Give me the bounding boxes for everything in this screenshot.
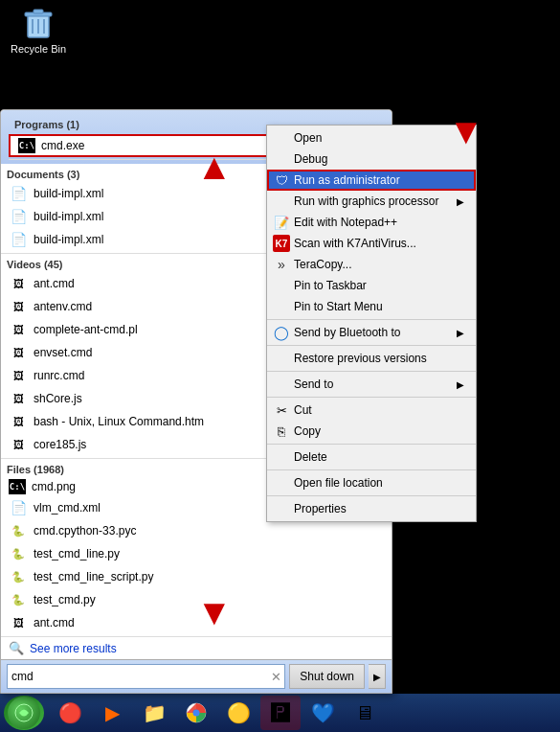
recycle-bin-icon[interactable]: Recycle Bin	[8, 5, 69, 55]
ctx-location-label: Open file location	[294, 476, 383, 490]
file-label-3: cmd.cpython-33.pyc	[34, 524, 136, 538]
ctx-properties-label: Properties	[294, 502, 347, 515]
ctx-pin-startmenu[interactable]: Pin to Start Menu	[267, 296, 476, 317]
ctx-location-icon	[273, 474, 290, 492]
taskbar-btn-app5[interactable]: 🖥	[345, 696, 385, 730]
ctx-pin-taskbar-label: Pin to Taskbar	[294, 279, 367, 292]
file-item-3[interactable]: 🐍 cmd.cpython-33.pyc	[1, 519, 392, 542]
ctx-properties[interactable]: Properties	[267, 498, 476, 519]
start-button[interactable]	[4, 696, 44, 730]
file-icon-6: 🐍	[9, 590, 28, 609]
file-label-4: test_cmd_line.py	[34, 547, 120, 560]
file-label-6: test_cmd.py	[34, 593, 96, 606]
video-icon-2: 🖼	[9, 297, 28, 316]
file-icon-5: 🐍	[9, 567, 28, 586]
ctx-edit-notepad[interactable]: 📝 Edit with Notepad++	[267, 212, 476, 233]
ctx-open-location[interactable]: Open file location	[267, 472, 476, 493]
see-more-label: See more results	[30, 642, 117, 655]
video-icon-3: 🖼	[9, 320, 28, 339]
ctx-cut[interactable]: ✂ Cut	[267, 400, 476, 421]
ctx-sep-5	[267, 444, 476, 445]
doc-label-2: build-impl.xml	[34, 210, 103, 223]
ctx-restore-label: Restore previous versions	[294, 352, 427, 365]
shutdown-label: Shut down	[300, 670, 354, 683]
see-more-results[interactable]: 🔍 See more results	[1, 637, 392, 659]
taskbar-btn-antivirus[interactable]: 🔴	[50, 696, 90, 730]
desktop: Recycle Bin ▲ ▼ ▼ Programs (1) C:\ cmd.e…	[0, 0, 560, 732]
video-label-8: core185.js	[34, 438, 86, 451]
recycle-bin-svg	[20, 5, 56, 41]
ctx-teracopy[interactable]: » TeraCopy...	[267, 254, 476, 275]
ctx-delete-label: Delete	[294, 450, 327, 464]
ctx-cut-icon: ✂	[273, 401, 290, 419]
ctx-pin-start-label: Pin to Start Menu	[294, 300, 383, 313]
taskbar-btn-skype[interactable]: 💙	[302, 696, 343, 730]
taskbar-btn-folder[interactable]: 📁	[134, 696, 174, 730]
ctx-notepad-icon: 📝	[273, 214, 290, 231]
ctx-pin-taskbar[interactable]: Pin to Taskbar	[267, 275, 476, 296]
ctx-graphics-icon	[273, 193, 290, 210]
ctx-send-to[interactable]: Send to ▶	[267, 374, 476, 395]
shutdown-button[interactable]: Shut down	[289, 664, 365, 689]
ctx-sendto-icon	[273, 376, 290, 393]
arrow-up-indicator: ▲	[196, 149, 233, 185]
ctx-debug-label: Debug	[294, 152, 327, 166]
search-icon-small: 🔍	[9, 641, 24, 655]
video-icon-6: 🖼	[9, 389, 28, 408]
video-icon-4: 🖼	[9, 343, 28, 362]
ctx-restore-icon	[273, 350, 290, 367]
taskbar-btn-app3[interactable]: 🅿	[260, 696, 301, 730]
cmd-label: cmd.exe	[41, 139, 84, 152]
ctx-teracopy-icon: »	[273, 256, 290, 273]
file-item-4[interactable]: 🐍 test_cmd_line.py	[1, 542, 392, 565]
doc-icon-2: 📄	[9, 207, 28, 226]
shutdown-arrow-button[interactable]: ▶	[369, 664, 386, 689]
ctx-copy-icon: ⎘	[273, 423, 290, 440]
file-icon-1: C:\	[9, 479, 26, 494]
ctx-graphics-label: Run with graphics processor	[294, 194, 438, 208]
video-label-6: shCore.js	[34, 392, 82, 405]
ctx-restore-versions[interactable]: Restore previous versions	[267, 348, 476, 369]
ctx-notepad-label: Edit with Notepad++	[294, 216, 397, 229]
ctx-run-as-admin[interactable]: 🛡 Run as administrator	[267, 170, 476, 191]
ctx-sendto-arrow: ▶	[457, 379, 464, 390]
arrow-right-indicator: ▼	[448, 113, 484, 149]
ctx-debug-icon	[273, 150, 290, 168]
video-label-5: runrc.cmd	[34, 369, 84, 382]
search-box-wrapper: ✕	[7, 664, 285, 689]
ctx-k7-icon: K7	[273, 235, 290, 252]
file-label-5: test_cmd_line_script.py	[34, 570, 153, 583]
ctx-sendto-label: Send to	[294, 377, 333, 391]
ctx-bluetooth-arrow: ▶	[457, 328, 464, 338]
file-icon-3: 🐍	[9, 521, 28, 540]
ctx-sep-2	[267, 345, 476, 346]
taskbar-btn-app2[interactable]: 🟡	[218, 696, 258, 730]
ctx-pin-taskbar-icon	[273, 277, 290, 294]
ctx-bluetooth-icon: ◯	[273, 324, 290, 341]
taskbar-btn-chrome[interactable]	[176, 696, 216, 730]
file-label-1: cmd.png	[32, 480, 76, 493]
file-icon-4: 🐍	[9, 544, 28, 563]
video-label-1: ant.cmd	[34, 277, 75, 290]
ctx-copy[interactable]: ⎘ Copy	[267, 421, 476, 442]
ctx-k7-label: Scan with K7AntiVirus...	[294, 237, 416, 250]
taskbar: 🔴 ▶ 📁 🟡 🅿 💙 🖥	[0, 694, 560, 732]
ctx-run-graphics[interactable]: Run with graphics processor ▶	[267, 191, 476, 212]
ctx-open[interactable]: Open	[267, 127, 476, 149]
search-input[interactable]	[7, 664, 285, 689]
ctx-debug[interactable]: Debug	[267, 149, 476, 170]
file-item-5[interactable]: 🐍 test_cmd_line_script.py	[1, 565, 392, 588]
ctx-delete[interactable]: Delete	[267, 446, 476, 468]
file-label-2: vlm_cmd.xml	[34, 501, 101, 515]
ctx-sep-3	[267, 371, 476, 372]
search-clear-button[interactable]: ✕	[271, 670, 281, 684]
context-menu: Open Debug 🛡 Run as administrator Run wi…	[266, 125, 477, 522]
ctx-bluetooth[interactable]: ◯ Send by Bluetooth to ▶	[267, 322, 476, 343]
arrow-down-search-indicator: ▼	[196, 594, 233, 630]
doc-label-1: build-impl.xml	[34, 187, 103, 200]
ctx-scan-k7[interactable]: K7 Scan with K7AntiVirus...	[267, 233, 476, 254]
recycle-bin-label: Recycle Bin	[11, 43, 66, 55]
taskbar-btn-media[interactable]: ▶	[92, 696, 132, 730]
ctx-sep-1	[267, 319, 476, 320]
ctx-sep-7	[267, 495, 476, 496]
